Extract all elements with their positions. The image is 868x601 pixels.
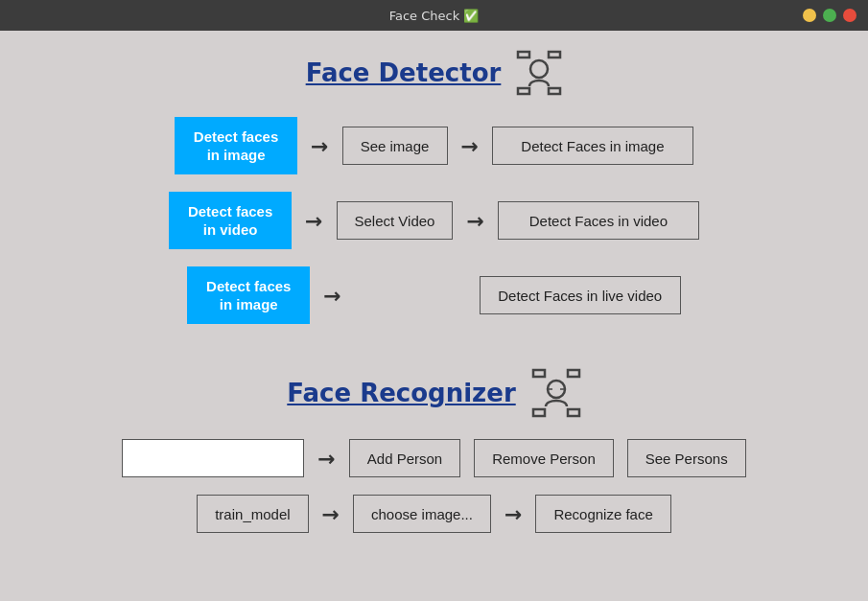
svg-rect-0 (518, 52, 529, 58)
close-button[interactable] (843, 9, 856, 22)
svg-rect-3 (549, 88, 560, 94)
arrow-7: → (322, 502, 340, 526)
face-detector-header: Face Detector (306, 50, 563, 96)
recognizer-row-2: train_model → choose image... → Recogniz… (197, 495, 671, 533)
arrow-5: → (323, 284, 340, 308)
recognizer-row-1: → Add Person Remove Person See Persons (122, 439, 745, 477)
detect-faces-live-video-button[interactable]: Detect Faces in live video (480, 276, 681, 314)
see-image-button[interactable]: See image (342, 127, 448, 165)
arrow-4: → (466, 209, 483, 233)
maximize-button[interactable] (823, 9, 836, 22)
window-title: Face Check ✅ (389, 9, 480, 23)
svg-rect-5 (533, 370, 545, 377)
svg-rect-1 (549, 52, 560, 58)
arrow-1: → (311, 134, 328, 158)
face-recognizer-title: Face Recognizer (287, 379, 515, 407)
select-video-button[interactable]: Select Video (337, 201, 454, 240)
title-bar: Face Check ✅ (0, 0, 868, 31)
face-detector-title: Face Detector (306, 58, 502, 87)
see-persons-button[interactable]: See Persons (627, 439, 746, 477)
main-content: Face Detector Detect facesin image → See… (0, 31, 868, 569)
add-person-button[interactable]: Add Person (349, 439, 460, 477)
svg-rect-7 (533, 409, 545, 416)
face-detector-icon (516, 50, 562, 96)
arrow-3: → (305, 209, 322, 233)
svg-point-4 (530, 60, 548, 78)
choose-image-button[interactable]: choose image... (353, 495, 491, 533)
train-model-button[interactable]: train_model (197, 495, 308, 533)
detect-live-row: Detect facesin image → Detect Faces in l… (187, 266, 680, 324)
window-controls (803, 9, 856, 22)
detect-image-row: Detect facesin image → See image → Detec… (175, 117, 693, 174)
detect-faces-in-image-button[interactable]: Detect Faces in image (492, 127, 693, 165)
detect-faces-image-button[interactable]: Detect facesin image (175, 117, 297, 174)
person-name-input[interactable] (122, 439, 304, 477)
detect-faces-video-button[interactable]: Detect facesin video (169, 192, 292, 249)
svg-rect-6 (568, 370, 579, 377)
recognize-face-button[interactable]: Recognize face (535, 495, 670, 533)
face-recognizer-section: Face Recognizer → Add Person Remove Pers… (38, 368, 830, 550)
face-recognizer-icon (531, 368, 581, 418)
face-recognizer-header: Face Recognizer (287, 368, 580, 418)
arrow-6: → (317, 447, 335, 471)
svg-rect-8 (568, 409, 579, 416)
remove-person-button[interactable]: Remove Person (474, 439, 614, 477)
detect-video-row: Detect facesin video → Select Video → De… (169, 192, 699, 249)
detect-faces-in-video-button[interactable]: Detect Faces in video (498, 201, 699, 240)
minimize-button[interactable] (803, 9, 816, 22)
detect-faces-live-button[interactable]: Detect facesin image (187, 266, 310, 324)
arrow-2: → (461, 134, 479, 158)
svg-rect-2 (518, 88, 529, 94)
arrow-8: → (504, 502, 522, 526)
